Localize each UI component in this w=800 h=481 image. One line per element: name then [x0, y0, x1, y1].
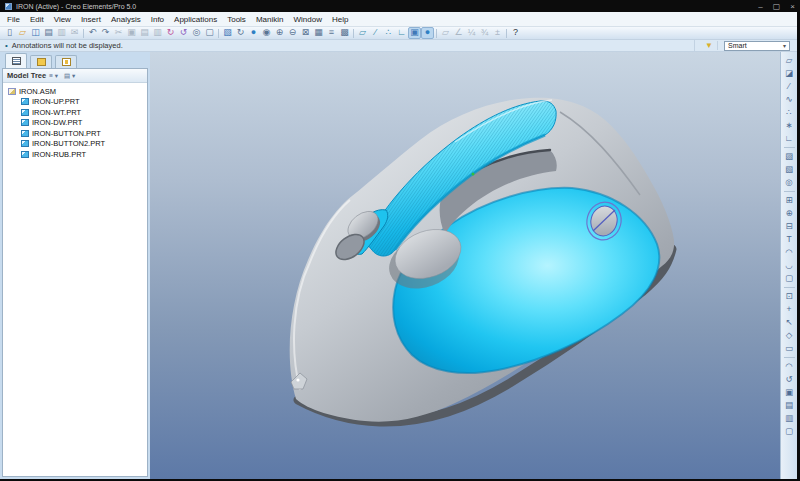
reorient-icon[interactable]: ↻ — [234, 27, 247, 39]
selection-filter-dropdown[interactable]: Smart ▾ — [724, 41, 790, 51]
merge-icon[interactable]: ↺ — [783, 374, 796, 386]
menu-tools[interactable]: Tools — [222, 14, 251, 25]
custom-regenerate-icon[interactable]: ↺ — [177, 27, 190, 39]
datum-plane-toggle-icon[interactable]: ▱ — [356, 27, 369, 39]
edit-definition-icon[interactable]: ⊡ — [783, 291, 796, 303]
annotation-symbol-icon[interactable]: ¾ — [478, 27, 491, 39]
context-help-icon[interactable]: ? — [509, 27, 522, 39]
tree-item[interactable]: IRON-BUTTON2.PRT — [8, 139, 145, 150]
graphics-viewport[interactable] — [150, 52, 780, 479]
shaded-display-icon[interactable]: ● — [247, 27, 260, 39]
undo-icon[interactable]: ↶ — [86, 27, 99, 39]
iron-model[interactable] — [290, 98, 674, 422]
close-button[interactable]: × — [790, 2, 795, 11]
repaint-icon[interactable]: ▧ — [221, 27, 234, 39]
datum-point-icon[interactable]: ∴ — [783, 107, 796, 119]
shell-icon[interactable]: ▢ — [783, 273, 796, 285]
axis-pattern-icon[interactable]: ∗ — [783, 120, 796, 132]
menu-manikin[interactable]: Manikin — [251, 14, 289, 25]
menu-insert[interactable]: Insert — [76, 14, 106, 25]
tree-item[interactable]: IRON-WT.PRT — [8, 107, 145, 118]
menu-applications[interactable]: Applications — [169, 14, 222, 25]
round-icon[interactable]: ◠ — [783, 247, 796, 259]
menu-info[interactable]: Info — [146, 14, 169, 25]
zoom-in-icon[interactable]: ⊕ — [273, 27, 286, 39]
maximize-button[interactable]: ▢ — [773, 2, 781, 11]
navigator-tab-folder-browser[interactable] — [30, 55, 52, 68]
regenerate-icon[interactable]: ↻ — [164, 27, 177, 39]
menu-file[interactable]: File — [2, 14, 25, 25]
annotation-tolerance-icon[interactable]: ± — [491, 27, 504, 39]
menu-view[interactable]: View — [49, 14, 76, 25]
drag-component-icon[interactable]: ↖ — [783, 317, 796, 329]
annotation-note-icon[interactable]: ¼ — [465, 27, 478, 39]
annotation-icon[interactable]: T — [783, 234, 796, 246]
print-preview-icon[interactable]: ▥ — [55, 27, 68, 39]
open-icon[interactable]: ▱ — [16, 27, 29, 39]
move-component-icon[interactable]: + — [783, 304, 796, 316]
extrude-icon[interactable]: ▨ — [783, 151, 796, 163]
tree-item[interactable]: IRON-RUB.PRT — [8, 149, 145, 160]
find-icon[interactable]: ◎ — [190, 27, 203, 39]
wrap-icon[interactable]: ▤ — [783, 400, 796, 412]
view-manager-icon[interactable]: ▩ — [338, 27, 351, 39]
tree-item-root[interactable]: IRON.ASM — [8, 86, 145, 97]
layers-icon[interactable]: ≡ — [325, 27, 338, 39]
filter-icon[interactable]: ▼ — [701, 41, 718, 50]
datum-axis-icon[interactable]: ⁄ — [783, 81, 796, 93]
redo-icon[interactable]: ↷ — [99, 27, 112, 39]
sketch-icon[interactable]: ◪ — [783, 68, 796, 80]
menu-analysis[interactable]: Analysis — [106, 14, 146, 25]
assemble-icon[interactable]: ⊞ — [783, 195, 796, 207]
csys-toggle-icon[interactable]: ∟ — [395, 27, 408, 39]
annotation-display-icon[interactable]: ● — [421, 27, 434, 39]
paste-icon[interactable]: ▤ — [138, 27, 151, 39]
display-style-icon[interactable]: ▣ — [408, 27, 421, 39]
copy-icon[interactable]: ▣ — [125, 27, 138, 39]
print-icon[interactable]: ▤ — [42, 27, 55, 39]
menu-edit[interactable]: Edit — [25, 14, 49, 25]
tree-settings-button[interactable]: ≡ ▾ — [46, 72, 61, 80]
send-mail-icon[interactable]: ✉ — [68, 27, 81, 39]
tree-item-label: IRON-RUB.PRT — [32, 150, 86, 159]
navigator-tab-favorites[interactable] — [55, 55, 77, 68]
display-box-icon[interactable]: ▭ — [783, 343, 796, 355]
pattern-icon[interactable]: ▣ — [783, 387, 796, 399]
frame-icon[interactable]: ▢ — [783, 426, 796, 438]
component-operations-icon[interactable]: ⊟ — [783, 221, 796, 233]
placement-icon[interactable]: ◇ — [783, 330, 796, 342]
menu-help[interactable]: Help — [327, 14, 353, 25]
tree-item-label: IRON-DW.PRT — [32, 118, 82, 127]
paste-special-icon[interactable]: ▥ — [151, 27, 164, 39]
saved-views-icon[interactable]: ▦ — [312, 27, 325, 39]
cut-icon[interactable]: ✂ — [112, 27, 125, 39]
datum-point-marker — [472, 173, 475, 176]
separator — [83, 29, 84, 38]
datum-axis-toggle-icon[interactable]: ⁄ — [369, 27, 382, 39]
refit-icon[interactable]: ⊠ — [299, 27, 312, 39]
revolve-icon[interactable]: ▧ — [783, 164, 796, 176]
spin-center-icon[interactable]: ◉ — [260, 27, 273, 39]
chamfer-icon[interactable]: ◡ — [783, 260, 796, 272]
new-file-icon[interactable]: ▯ — [3, 27, 16, 39]
annotation-dimension-icon[interactable]: ∠ — [452, 27, 465, 39]
menu-window[interactable]: Window — [288, 14, 326, 25]
datum-plane-icon[interactable]: ▱ — [783, 55, 796, 67]
save-icon[interactable]: ◫ — [29, 27, 42, 39]
tree-item[interactable]: IRON-UP.PRT — [8, 97, 145, 108]
create-component-icon[interactable]: ⊕ — [783, 208, 796, 220]
annotation-plane-icon[interactable]: ▱ — [439, 27, 452, 39]
datum-curve-icon[interactable]: ∿ — [783, 94, 796, 106]
tree-item[interactable]: IRON-DW.PRT — [8, 118, 145, 129]
section-icon[interactable]: ▥ — [783, 413, 796, 425]
zoom-out-icon[interactable]: ⊖ — [286, 27, 299, 39]
minimize-button[interactable]: – — [758, 2, 762, 11]
mirror-icon[interactable]: ◠ — [783, 361, 796, 373]
tree-show-button[interactable]: ▤ ▾ — [61, 72, 78, 80]
select-box-icon[interactable]: ▢ — [203, 27, 216, 39]
tree-item[interactable]: IRON-BUTTON.PRT — [8, 128, 145, 139]
sweep-icon[interactable]: ◎ — [783, 177, 796, 189]
csys-icon[interactable]: ∟ — [783, 133, 796, 145]
datum-point-toggle-icon[interactable]: ∴ — [382, 27, 395, 39]
navigator-tab-model-tree[interactable] — [5, 53, 27, 68]
